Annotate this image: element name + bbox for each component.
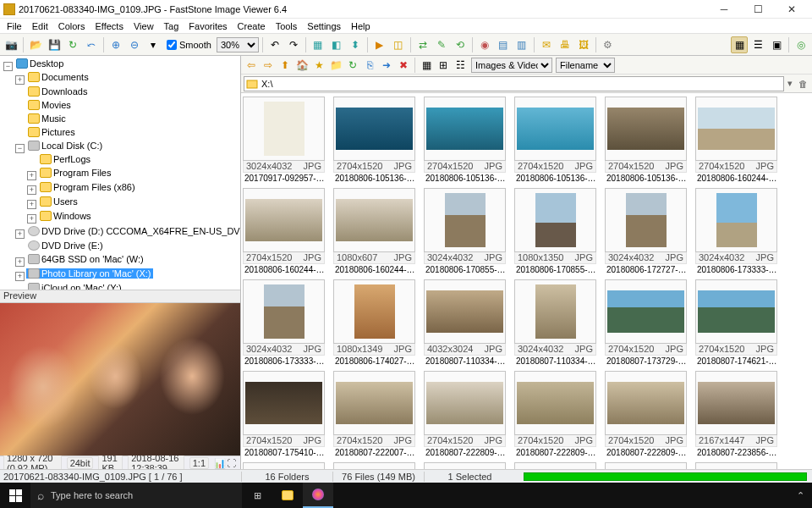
thumb-image[interactable] (607, 382, 684, 424)
tree-programfiles[interactable]: Program Files (53, 168, 111, 178)
menu-settings[interactable]: Settings (302, 21, 346, 31)
close-button[interactable]: ✕ (775, 0, 809, 19)
thumb-image[interactable] (336, 108, 413, 150)
menu-favorites[interactable]: Favorites (184, 21, 232, 31)
thumb-cell[interactable] (333, 462, 415, 469)
thumb-cell[interactable]: 2704x1520JPG20180807-175410-GP... (243, 371, 325, 457)
email-icon[interactable]: ✉ (538, 36, 555, 53)
taskbar-explorer-icon[interactable] (272, 483, 303, 508)
delete-icon[interactable]: ✖ (396, 58, 411, 73)
thumb-image[interactable] (698, 290, 775, 333)
expand-toggle[interactable]: + (15, 229, 25, 239)
contact-sheet-icon[interactable]: ▤ (495, 36, 512, 53)
tree-movies[interactable]: Movies (41, 100, 71, 110)
tree-localdisk[interactable]: Local Disk (C:) (41, 141, 102, 151)
taskbar-overflow-icon[interactable]: ⌃ (788, 483, 812, 508)
tree-ssd-w[interactable]: 64GB SSD on 'Mac' (W:) (41, 254, 144, 264)
thumb-image[interactable] (264, 102, 304, 156)
sort-select[interactable]: Filename (556, 58, 615, 73)
rotate-left-icon[interactable]: ↶ (266, 36, 283, 53)
compare-icon[interactable]: ◫ (390, 36, 407, 53)
view-large-icon[interactable]: ▦ (419, 58, 434, 73)
histogram-icon[interactable]: 📊 (214, 458, 224, 468)
tree-icloud[interactable]: iCloud on 'Mac' (Y:) (41, 283, 122, 290)
expand-toggle[interactable]: + (27, 200, 36, 209)
taskbar-faststone-icon[interactable] (303, 483, 333, 508)
tree-dvd-e[interactable]: DVD Drive (E:) (41, 240, 103, 251)
expand-toggle[interactable]: + (27, 185, 36, 195)
thumb-image[interactable] (698, 108, 775, 150)
expand-toggle[interactable]: + (27, 171, 36, 180)
thumb-cell[interactable]: 2704x1520JPG20180806-105136-GP... (514, 97, 596, 183)
tree-downloads[interactable]: Downloads (41, 86, 87, 97)
zoom-select[interactable]: 30% (217, 37, 259, 52)
thumb-cell[interactable]: 2167x1447JPG20180807-223856-GP... (695, 371, 777, 457)
fav-folder-icon[interactable]: ★ (311, 58, 326, 73)
menu-effects[interactable]: Effects (91, 21, 129, 31)
thumb-cell[interactable]: 2704x1520JPG20180807-222007-GP... (333, 371, 415, 457)
thumb-image[interactable] (445, 193, 486, 247)
maximize-button[interactable]: ☐ (741, 0, 775, 19)
folder-icon[interactable]: 📁 (328, 58, 343, 73)
view-details-icon[interactable]: ☰ (749, 36, 766, 53)
type-filter-select[interactable]: Images & Videos (471, 58, 552, 73)
screen-capture-icon[interactable]: ◉ (476, 36, 493, 53)
clear-path-icon[interactable]: 🗑 (796, 77, 809, 91)
thumb-cell[interactable]: 3024x4032JPG20180806-172727-AP... (605, 188, 687, 274)
view-list-icon[interactable]: ☷ (453, 58, 468, 73)
thumb-image[interactable] (607, 108, 684, 150)
thumb-cell[interactable]: 3024x4032JPG20180807-110334-AP... (514, 279, 596, 366)
tree-photolib[interactable]: Photo Library on 'Mac' (X:) (41, 268, 151, 279)
menu-tools[interactable]: Tools (271, 21, 303, 31)
thumb-image[interactable] (716, 193, 757, 247)
zoom-out-icon[interactable]: ⊖ (126, 36, 143, 53)
thumb-image[interactable] (245, 382, 322, 424)
taskbar-search[interactable]: ⌕ Type here to search (30, 483, 242, 508)
tree-perflogs[interactable]: PerfLogs (53, 154, 91, 164)
menu-edit[interactable]: Edit (27, 21, 53, 31)
nav-up-icon[interactable]: ⬆ (277, 58, 293, 73)
rotate-right-icon[interactable]: ↷ (285, 36, 302, 53)
thumb-cell[interactable]: 2704x1520JPG20180806-105136-GP... (333, 97, 415, 183)
undo-icon[interactable]: ⤺ (83, 36, 100, 53)
tree-documents[interactable]: Documents (41, 72, 89, 82)
batch-convert-icon[interactable]: ⇄ (414, 36, 431, 53)
thumb-cell[interactable] (605, 462, 687, 469)
batch-rename-icon[interactable]: ✎ (433, 36, 450, 53)
thumb-image[interactable] (336, 199, 413, 241)
thumb-cell[interactable]: 3024x4032JPG20180806-173333-AP... (243, 279, 325, 366)
menu-colors[interactable]: Colors (53, 21, 91, 31)
thumb-image[interactable] (517, 108, 594, 150)
tree-windows[interactable]: Windows (53, 211, 91, 221)
path-dropdown-icon[interactable]: ▾ (787, 78, 793, 89)
menu-tag[interactable]: Tag (159, 21, 184, 31)
nav-home-icon[interactable]: 🏠 (294, 58, 310, 73)
thumb-cell[interactable]: 3024x4032JPG20180806-170855-AP... (424, 188, 506, 274)
thumb-image[interactable] (535, 284, 576, 339)
thumb-cell[interactable]: 2704x1520JPG20180806-105136-GP... (424, 97, 506, 183)
expand-toggle[interactable]: − (3, 62, 13, 71)
smooth-checkbox[interactable] (167, 40, 177, 50)
tree-dvd-d[interactable]: DVD Drive (D:) CCCOMA_X64FRE_EN-US_DV9 (41, 226, 240, 236)
thumb-image[interactable] (535, 193, 576, 247)
thumb-cell[interactable]: 1080x1349JPG20180806-174027-IM... (333, 279, 415, 366)
tree-pictures[interactable]: Pictures (41, 127, 75, 137)
tree-desktop[interactable]: Desktop (30, 58, 63, 69)
thumb-cell[interactable] (695, 462, 777, 469)
thumb-image[interactable] (626, 193, 667, 247)
zoom-menu-icon[interactable]: ▾ (145, 36, 162, 53)
nav-forward-icon[interactable]: ⇨ (261, 58, 276, 73)
tree-music[interactable]: Music (41, 113, 66, 124)
view-fullscreen-icon[interactable]: ▣ (768, 36, 785, 53)
view-thumbs-icon[interactable]: ▦ (731, 36, 748, 53)
preview-image[interactable] (0, 303, 240, 456)
thumb-image[interactable] (517, 382, 594, 424)
thumbnail-grid[interactable]: 3024x4032JPG20170917-092957-IM...2704x15… (241, 93, 812, 469)
thumb-image[interactable] (245, 199, 322, 241)
menu-file[interactable]: File (2, 21, 27, 31)
thumb-cell[interactable] (514, 462, 596, 469)
menu-help[interactable]: Help (346, 21, 376, 31)
expand-toggle[interactable]: − (15, 144, 25, 153)
thumb-image[interactable] (354, 284, 395, 339)
multi-page-icon[interactable]: ▥ (513, 36, 530, 53)
